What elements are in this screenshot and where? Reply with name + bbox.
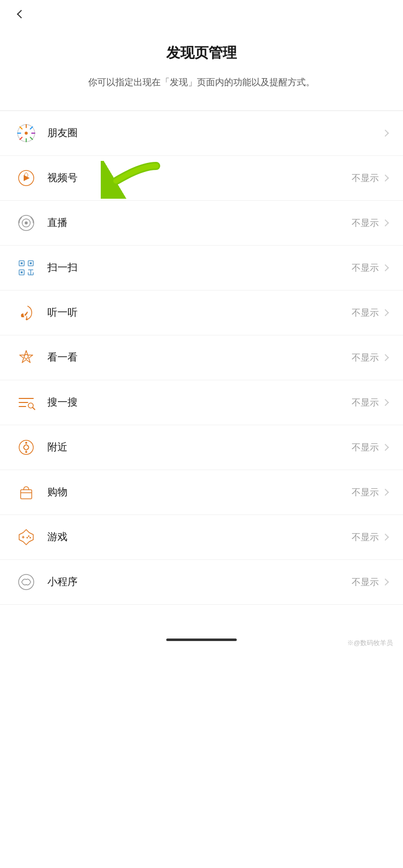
nearby-icon xyxy=(15,436,37,458)
search-chevron-icon xyxy=(382,399,389,406)
games-status: 不显示 xyxy=(352,531,379,543)
look-label: 看一看 xyxy=(47,351,352,364)
search-label: 搜一搜 xyxy=(47,395,352,409)
nav-bar xyxy=(0,0,403,28)
games-label: 游戏 xyxy=(47,530,352,544)
svg-point-39 xyxy=(30,537,31,538)
list-item-shopping[interactable]: 购物 不显示 xyxy=(0,470,403,515)
list-item-moments[interactable]: 朋友圈 xyxy=(0,111,403,156)
look-icon xyxy=(15,346,37,369)
list-item-scan[interactable]: 扫一扫 不显示 xyxy=(0,246,403,291)
back-button[interactable] xyxy=(12,5,30,23)
scan-label: 扫一扫 xyxy=(47,261,352,274)
svg-rect-19 xyxy=(21,271,23,273)
nearby-label: 附近 xyxy=(47,440,352,454)
miniapp-label: 小程序 xyxy=(47,575,352,589)
listen-status: 不显示 xyxy=(352,307,379,319)
scan-status: 不显示 xyxy=(352,262,379,274)
live-label: 直播 xyxy=(47,216,352,229)
bottom-footer: ※@数码牧羊员 xyxy=(0,625,403,655)
svg-point-41 xyxy=(19,574,34,590)
look-chevron-icon xyxy=(382,354,389,361)
shopping-label: 购物 xyxy=(47,485,352,499)
list-item-look[interactable]: 看一看 不显示 xyxy=(0,335,403,380)
list-item-miniapp[interactable]: 小程序 不显示 xyxy=(0,560,403,605)
channels-chevron-icon xyxy=(382,175,389,182)
games-chevron-icon xyxy=(382,534,389,541)
svg-point-25 xyxy=(26,318,28,320)
watermark: ※@数码牧羊员 xyxy=(347,639,393,648)
svg-rect-17 xyxy=(21,262,23,264)
listen-chevron-icon xyxy=(382,309,389,316)
settings-list: 朋友圈 视频号 不显示 xyxy=(0,111,403,605)
live-chevron-icon xyxy=(382,219,389,226)
page-description: 你可以指定出现在「发现」页面内的功能以及提醒方式。 xyxy=(20,75,383,90)
list-item-channels[interactable]: 视频号 不显示 xyxy=(0,156,403,201)
look-status: 不显示 xyxy=(352,352,379,364)
home-indicator xyxy=(166,639,237,641)
channels-icon xyxy=(15,167,37,189)
svg-point-35 xyxy=(25,451,27,453)
svg-point-26 xyxy=(24,355,28,359)
miniapp-status: 不显示 xyxy=(352,576,379,588)
svg-point-1 xyxy=(25,132,28,135)
svg-rect-36 xyxy=(21,490,32,499)
search-icon xyxy=(15,391,37,414)
nearby-status: 不显示 xyxy=(352,441,379,453)
live-icon xyxy=(15,212,37,234)
listen-icon xyxy=(15,302,37,324)
search-status: 不显示 xyxy=(352,396,379,409)
list-item-games[interactable]: 游戏 不显示 xyxy=(0,515,403,560)
svg-point-13 xyxy=(25,221,28,224)
svg-line-9 xyxy=(20,137,22,139)
shopping-chevron-icon xyxy=(382,489,389,496)
list-item-nearby[interactable]: 附近 不显示 xyxy=(0,425,403,470)
svg-point-40 xyxy=(27,537,28,538)
list-item-live[interactable]: 直播 不显示 xyxy=(0,201,403,246)
svg-point-34 xyxy=(25,442,27,444)
moments-icon xyxy=(15,122,37,144)
list-item-search[interactable]: 搜一搜 不显示 xyxy=(0,380,403,425)
svg-rect-18 xyxy=(30,262,32,264)
scan-icon xyxy=(15,257,37,279)
miniapp-chevron-icon xyxy=(382,578,389,586)
miniapp-icon xyxy=(15,571,37,593)
page-title: 发现页管理 xyxy=(20,43,383,63)
moments-chevron-icon xyxy=(382,130,389,137)
channels-status: 不显示 xyxy=(352,172,379,184)
listen-label: 听一听 xyxy=(47,306,352,319)
scan-chevron-icon xyxy=(382,264,389,271)
svg-line-31 xyxy=(33,408,35,410)
shopping-status: 不显示 xyxy=(352,486,379,498)
nearby-chevron-icon xyxy=(382,444,389,451)
svg-point-33 xyxy=(24,445,29,450)
live-status: 不显示 xyxy=(352,217,379,229)
svg-line-6 xyxy=(20,127,22,129)
moments-label: 朋友圈 xyxy=(47,126,379,140)
games-icon xyxy=(15,526,37,548)
svg-line-7 xyxy=(30,137,32,139)
back-arrow-icon xyxy=(17,10,26,19)
header-section: 发现页管理 你可以指定出现在「发现」页面内的功能以及提醒方式。 xyxy=(0,28,403,100)
svg-line-8 xyxy=(30,127,32,129)
list-item-listen[interactable]: 听一听 不显示 xyxy=(0,291,403,335)
shopping-icon xyxy=(15,481,37,503)
channels-label: 视频号 xyxy=(47,171,352,185)
svg-point-38 xyxy=(28,535,30,537)
